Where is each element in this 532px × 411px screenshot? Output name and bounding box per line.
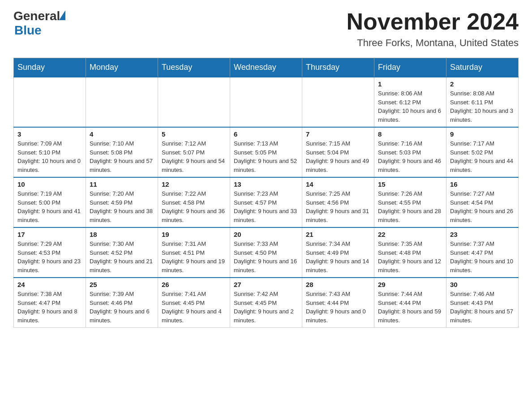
day-info: Sunrise: 7:39 AM bbox=[90, 290, 154, 299]
logo: General Blue bbox=[13, 9, 65, 38]
day-info: Sunset: 4:48 PM bbox=[378, 248, 442, 257]
calendar-cell bbox=[14, 77, 86, 127]
calendar-cell bbox=[158, 77, 230, 127]
calendar-cell: 7Sunrise: 7:15 AMSunset: 5:04 PMDaylight… bbox=[302, 127, 374, 177]
day-info: Sunrise: 7:15 AM bbox=[306, 139, 370, 148]
day-info: Daylight: 9 hours and 2 minutes. bbox=[234, 307, 298, 325]
day-number: 7 bbox=[306, 130, 370, 138]
day-info: Daylight: 9 hours and 21 minutes. bbox=[90, 257, 154, 274]
day-info: Sunset: 5:05 PM bbox=[234, 148, 298, 157]
day-info: Daylight: 9 hours and 26 minutes. bbox=[450, 207, 515, 224]
day-info: Sunrise: 7:12 AM bbox=[162, 139, 226, 148]
day-number: 21 bbox=[306, 231, 370, 238]
day-info: Sunrise: 7:17 AM bbox=[450, 139, 515, 148]
day-info: Sunset: 4:49 PM bbox=[306, 248, 370, 257]
day-info: Sunrise: 7:19 AM bbox=[17, 189, 82, 198]
calendar-cell bbox=[230, 77, 302, 127]
day-info: Sunset: 4:55 PM bbox=[378, 198, 442, 207]
calendar-cell: 11Sunrise: 7:20 AMSunset: 4:59 PMDayligh… bbox=[86, 177, 158, 227]
calendar-cell: 23Sunrise: 7:37 AMSunset: 4:47 PMDayligh… bbox=[446, 227, 519, 278]
day-info: Sunset: 5:10 PM bbox=[17, 148, 82, 157]
day-number: 3 bbox=[17, 130, 82, 138]
day-info: Sunset: 4:43 PM bbox=[450, 299, 515, 308]
day-info: Daylight: 9 hours and 12 minutes. bbox=[378, 257, 442, 274]
weekday-header-wednesday: Wednesday bbox=[230, 58, 302, 77]
day-info: Sunset: 5:00 PM bbox=[17, 198, 82, 207]
day-info: Daylight: 10 hours and 0 minutes. bbox=[17, 157, 82, 174]
calendar-cell: 18Sunrise: 7:30 AMSunset: 4:52 PMDayligh… bbox=[86, 227, 158, 278]
day-info: Sunset: 5:08 PM bbox=[90, 148, 154, 157]
day-number: 20 bbox=[234, 231, 298, 238]
day-number: 11 bbox=[90, 180, 154, 188]
calendar-cell: 13Sunrise: 7:23 AMSunset: 4:57 PMDayligh… bbox=[230, 177, 302, 227]
day-info: Sunrise: 7:30 AM bbox=[90, 240, 154, 248]
calendar-cell: 14Sunrise: 7:25 AMSunset: 4:56 PMDayligh… bbox=[302, 177, 374, 227]
day-number: 10 bbox=[17, 180, 82, 188]
day-info: Sunrise: 7:44 AM bbox=[378, 290, 442, 299]
calendar-cell: 10Sunrise: 7:19 AMSunset: 5:00 PMDayligh… bbox=[14, 177, 86, 227]
day-info: Sunrise: 7:16 AM bbox=[378, 139, 442, 148]
day-info: Sunrise: 7:22 AM bbox=[162, 189, 226, 198]
day-info: Sunset: 4:47 PM bbox=[450, 248, 515, 257]
day-info: Sunset: 4:56 PM bbox=[306, 198, 370, 207]
day-info: Sunrise: 7:09 AM bbox=[17, 139, 82, 148]
day-info: Daylight: 10 hours and 6 minutes. bbox=[378, 107, 442, 124]
logo-triangle-icon bbox=[59, 10, 65, 20]
day-info: Sunset: 4:52 PM bbox=[90, 248, 154, 257]
page-title: November 2024 bbox=[347, 9, 519, 34]
day-info: Daylight: 9 hours and 38 minutes. bbox=[90, 207, 154, 224]
day-info: Daylight: 9 hours and 19 minutes. bbox=[162, 257, 226, 274]
calendar-cell: 15Sunrise: 7:26 AMSunset: 4:55 PMDayligh… bbox=[374, 177, 446, 227]
calendar-cell: 2Sunrise: 8:08 AMSunset: 6:11 PMDaylight… bbox=[446, 77, 519, 127]
day-info: Daylight: 9 hours and 4 minutes. bbox=[162, 307, 226, 325]
calendar-cell: 4Sunrise: 7:10 AMSunset: 5:08 PMDaylight… bbox=[86, 127, 158, 177]
day-info: Sunrise: 7:23 AM bbox=[234, 189, 298, 198]
day-info: Sunset: 5:07 PM bbox=[162, 148, 226, 157]
calendar-cell bbox=[302, 77, 374, 127]
day-info: Sunrise: 7:41 AM bbox=[162, 290, 226, 299]
day-info: Sunrise: 8:08 AM bbox=[450, 89, 515, 98]
day-info: Sunrise: 7:13 AM bbox=[234, 139, 298, 148]
day-info: Sunset: 5:03 PM bbox=[378, 148, 442, 157]
day-info: Sunrise: 7:10 AM bbox=[90, 139, 154, 148]
day-number: 17 bbox=[17, 231, 82, 238]
day-info: Daylight: 9 hours and 31 minutes. bbox=[306, 207, 370, 224]
day-info: Sunrise: 7:35 AM bbox=[378, 240, 442, 248]
day-info: Sunset: 6:12 PM bbox=[378, 98, 442, 107]
day-info: Sunset: 4:59 PM bbox=[90, 198, 154, 207]
calendar-cell: 5Sunrise: 7:12 AMSunset: 5:07 PMDaylight… bbox=[158, 127, 230, 177]
day-number: 14 bbox=[306, 180, 370, 188]
calendar-cell: 28Sunrise: 7:43 AMSunset: 4:44 PMDayligh… bbox=[302, 278, 374, 328]
day-info: Sunset: 4:46 PM bbox=[90, 299, 154, 308]
day-info: Daylight: 9 hours and 41 minutes. bbox=[17, 207, 82, 224]
calendar-cell: 24Sunrise: 7:38 AMSunset: 4:47 PMDayligh… bbox=[14, 278, 86, 328]
calendar-cell: 22Sunrise: 7:35 AMSunset: 4:48 PMDayligh… bbox=[374, 227, 446, 278]
day-info: Daylight: 9 hours and 28 minutes. bbox=[378, 207, 442, 224]
day-info: Sunrise: 7:25 AM bbox=[306, 189, 370, 198]
day-info: Sunset: 4:58 PM bbox=[162, 198, 226, 207]
logo-general-text: General bbox=[13, 9, 60, 23]
day-info: Sunrise: 7:37 AM bbox=[450, 240, 515, 248]
calendar-cell: 17Sunrise: 7:29 AMSunset: 4:53 PMDayligh… bbox=[14, 227, 86, 278]
day-info: Sunrise: 7:34 AM bbox=[306, 240, 370, 248]
day-info: Sunset: 4:51 PM bbox=[162, 248, 226, 257]
week-row-3: 17Sunrise: 7:29 AMSunset: 4:53 PMDayligh… bbox=[14, 227, 519, 278]
title-area: November 2024 Three Forks, Montana, Unit… bbox=[347, 9, 519, 49]
week-row-1: 3Sunrise: 7:09 AMSunset: 5:10 PMDaylight… bbox=[14, 127, 519, 177]
day-info: Sunset: 4:54 PM bbox=[450, 198, 515, 207]
calendar-cell: 21Sunrise: 7:34 AMSunset: 4:49 PMDayligh… bbox=[302, 227, 374, 278]
day-info: Daylight: 9 hours and 57 minutes. bbox=[90, 157, 154, 174]
day-number: 12 bbox=[162, 180, 226, 188]
weekday-header-friday: Friday bbox=[374, 58, 446, 77]
calendar-cell: 1Sunrise: 8:06 AMSunset: 6:12 PMDaylight… bbox=[374, 77, 446, 127]
day-info: Daylight: 8 hours and 57 minutes. bbox=[450, 307, 515, 325]
calendar-cell bbox=[86, 77, 158, 127]
day-number: 24 bbox=[17, 281, 82, 288]
calendar-cell: 29Sunrise: 7:44 AMSunset: 4:44 PMDayligh… bbox=[374, 278, 446, 328]
day-info: Daylight: 9 hours and 46 minutes. bbox=[378, 157, 442, 174]
day-number: 6 bbox=[234, 130, 298, 138]
calendar-cell: 16Sunrise: 7:27 AMSunset: 4:54 PMDayligh… bbox=[446, 177, 519, 227]
day-info: Sunset: 4:45 PM bbox=[234, 299, 298, 308]
calendar-cell: 25Sunrise: 7:39 AMSunset: 4:46 PMDayligh… bbox=[86, 278, 158, 328]
day-info: Sunset: 4:47 PM bbox=[17, 299, 82, 308]
